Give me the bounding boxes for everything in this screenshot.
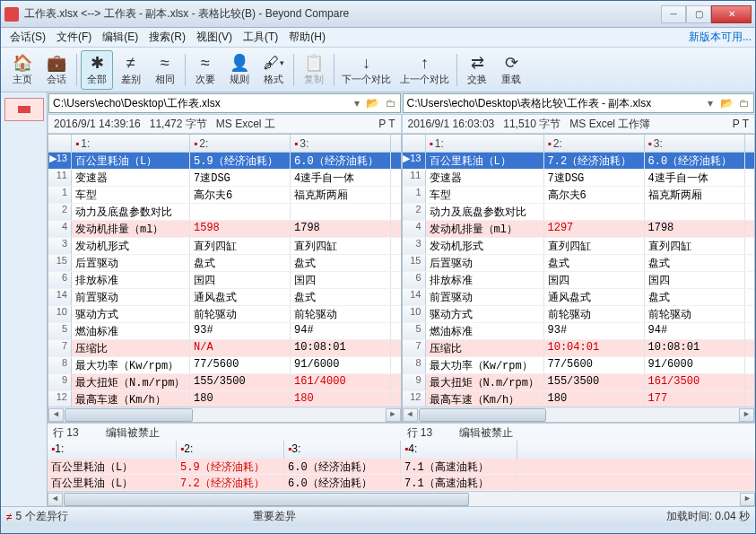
window-controls: ─ ▢ ✕ [661, 5, 752, 23]
menu-session[interactable]: 会话(S) [4, 28, 51, 47]
side-tab-thumbnail[interactable] [4, 98, 44, 121]
menu-search[interactable]: 搜索(R) [143, 28, 191, 47]
swap-button-icon: ⇄ [471, 53, 484, 73]
table-row[interactable]: 14前置驱动通风盘式盘式 [48, 289, 401, 306]
right-hscrollbar[interactable]: ◄► [403, 407, 755, 422]
home-button[interactable]: 🏠主页 [6, 50, 39, 90]
right-path-dropdown-icon[interactable]: ▾ [703, 97, 717, 109]
left-format: MS Excel 工 [216, 117, 275, 132]
left-hscrollbar[interactable]: ◄► [48, 407, 401, 422]
same-button[interactable]: ≈相同 [149, 50, 181, 90]
table-row[interactable]: 11变速器7速DSG4速手自一体 [403, 170, 755, 187]
table-row[interactable]: 12最高车速（Km/h）180180 [48, 391, 401, 407]
table-row[interactable]: 15后置驱动盘式盘式 [403, 255, 755, 272]
left-path-dropdown-icon[interactable]: ▾ [350, 97, 364, 109]
status-diff-icon: ≠ [6, 511, 13, 523]
statusbar: ≠ 5 个差异行 重要差异 加载时间: 0.04 秒 [1, 506, 755, 526]
copy-button[interactable]: 📋复制 [298, 50, 330, 90]
format-button[interactable]: 🖋▾格式 [257, 50, 290, 90]
table-row[interactable]: 1车型高尔夫6福克斯两厢 [48, 187, 401, 204]
right-pathbar: ▾ 📂 🗀 [403, 93, 755, 113]
table-row[interactable]: 3发动机形式直列四缸直列四缸 [48, 238, 401, 255]
next-diff-button[interactable]: ↓下一个对比 [338, 50, 395, 90]
right-date: 2016/9/1 16:03:03 [408, 118, 495, 130]
table-row[interactable]: 15后置驱动盘式盘式 [48, 255, 401, 272]
same-button-icon: ≈ [161, 53, 169, 73]
status-diff-count: 5 个差异行 [16, 509, 68, 524]
all-button[interactable]: ✱全部 [81, 50, 113, 90]
table-row[interactable]: 2动力及底盘参数对比 [403, 204, 755, 221]
left-path-input[interactable] [49, 95, 350, 111]
app-icon [4, 7, 19, 22]
right-size: 11,510 字节 [503, 117, 560, 132]
bottom-detail-rows[interactable]: 百公里耗油（L）5.9（经济油耗）6.0（经济油耗）7.1（高速油耗）百公里耗油… [48, 459, 755, 491]
table-row[interactable]: ▶13百公里耗油（L）7.2（经济油耗）6.0（经济油耗） [403, 153, 755, 170]
format-button-icon: 🖋▾ [264, 53, 284, 73]
detail-row[interactable]: 百公里耗油（L）7.2（经济油耗）6.0（经济油耗）7.1（高速油耗） [48, 475, 755, 491]
minimize-button[interactable]: ─ [661, 5, 686, 23]
reload-button-icon: ⟳ [505, 53, 518, 73]
table-row[interactable]: 4发动机排量（ml）15981798 [48, 221, 401, 238]
reload-button[interactable]: ⟳重载 [495, 50, 527, 90]
prev-diff-button-icon: ↑ [421, 53, 429, 73]
right-pt[interactable]: P T [733, 118, 749, 130]
table-row[interactable]: 8最大功率（Kw/rpm）77/560091/6000 [48, 357, 401, 374]
bottom-hscrollbar[interactable]: ◄► [48, 491, 755, 506]
right-grid[interactable]: ▪1: ▪2: ▪3: ▶13百公里耗油（L）7.2（经济油耗）6.0（经济油耗… [402, 134, 756, 423]
table-row[interactable]: 6排放标准国四国四 [403, 272, 755, 289]
table-row[interactable]: 2动力及底盘参数对比 [48, 204, 401, 221]
swap-button[interactable]: ⇄交换 [461, 50, 493, 90]
table-row[interactable]: 7压缩比N/A10:08:01 [48, 340, 401, 357]
table-row[interactable]: 10驱动方式前轮驱动前轮驱动 [48, 306, 401, 323]
menubar: 会话(S) 文件(F) 编辑(E) 搜索(R) 视图(V) 工具(T) 帮助(H… [1, 28, 755, 48]
menu-view[interactable]: 视图(V) [191, 28, 238, 47]
home-button-icon: 🏠 [13, 53, 32, 73]
table-row[interactable]: 1车型高尔夫6福克斯两厢 [403, 187, 755, 204]
status-middle: 重要差异 [253, 509, 296, 524]
table-row[interactable]: 5燃油标准93#94# [48, 323, 401, 340]
table-row[interactable]: 12最高车速（Km/h）180177 [403, 391, 755, 407]
table-row[interactable]: 11变速器7速DSG4速手自一体 [48, 170, 401, 187]
table-row[interactable]: 14前置驱动通风盘式盘式 [403, 289, 755, 306]
toolbar: 🏠主页💼会话✱全部≠差别≈相同≈次要👤规则🖋▾格式📋复制↓下一个对比↑上一个对比… [1, 48, 755, 92]
detail-row[interactable]: 百公里耗油（L）5.9（经济油耗）6.0（经济油耗）7.1（高速油耗） [48, 459, 755, 475]
left-file-info: 2016/9/1 14:39:16 11,472 字节 MS Excel 工 P… [48, 114, 402, 134]
table-row[interactable]: ▶13百公里耗油（L）5.9（经济油耗）6.0（经济油耗） [48, 153, 401, 170]
update-notice[interactable]: 新版本可用... [689, 30, 752, 45]
table-row[interactable]: 3发动机形式直列四缸直列四缸 [403, 238, 755, 255]
minor-button[interactable]: ≈次要 [189, 50, 222, 90]
bottom-left-status: 编辑被禁止 [106, 425, 160, 439]
sessions-button[interactable]: 💼会话 [40, 50, 73, 90]
left-grid[interactable]: ▪1: ▪2: ▪3: ▶13百公里耗油（L）5.9（经济油耗）6.0（经济油耗… [48, 134, 402, 423]
table-row[interactable]: 5燃油标准93#94# [403, 323, 755, 340]
bottom-right-line: 行 13 [407, 425, 433, 439]
table-row[interactable]: 6排放标准国四国四 [48, 272, 401, 289]
maximize-button[interactable]: ▢ [686, 5, 711, 23]
rules-button[interactable]: 👤规则 [223, 50, 256, 90]
sessions-button-icon: 💼 [47, 53, 66, 73]
right-open-icon[interactable]: 📂 [717, 97, 735, 109]
menu-file[interactable]: 文件(F) [51, 28, 97, 47]
right-browse-icon[interactable]: 🗀 [735, 97, 753, 109]
table-row[interactable]: 8最大功率（Kw/rpm）77/560091/6000 [403, 357, 755, 374]
menu-tools[interactable]: 工具(T) [238, 28, 283, 47]
diff-button-icon: ≠ [126, 53, 135, 73]
left-pt[interactable]: P T [378, 118, 395, 130]
titlebar[interactable]: 工作表.xlsx <--> 工作表 - 副本.xlsx - 表格比较(B) - … [1, 1, 755, 28]
prev-diff-button[interactable]: ↑上一个对比 [396, 50, 453, 90]
window-title: 工作表.xlsx <--> 工作表 - 副本.xlsx - 表格比较(B) - … [24, 6, 661, 22]
close-button[interactable]: ✕ [711, 5, 752, 23]
table-row[interactable]: 10驱动方式前轮驱动前轮驱动 [403, 306, 755, 323]
menu-help[interactable]: 帮助(H) [283, 28, 331, 47]
right-path-input[interactable] [404, 95, 704, 111]
table-row[interactable]: 9最大扭矩（N.m/rpm）155/3500161/4000 [48, 374, 401, 391]
side-tabs [1, 92, 48, 506]
diff-button[interactable]: ≠差别 [115, 50, 147, 90]
table-row[interactable]: 4发动机排量（ml）12971798 [403, 221, 755, 238]
bottom-left-line: 行 13 [53, 425, 79, 439]
table-row[interactable]: 7压缩比10:04:0110:08:01 [403, 340, 755, 357]
table-row[interactable]: 9最大扭矩（N.m/rpm）155/3500161/3500 [403, 374, 755, 391]
left-open-icon[interactable]: 📂 [364, 97, 382, 109]
menu-edit[interactable]: 编辑(E) [97, 28, 143, 47]
left-browse-icon[interactable]: 🗀 [382, 97, 400, 109]
